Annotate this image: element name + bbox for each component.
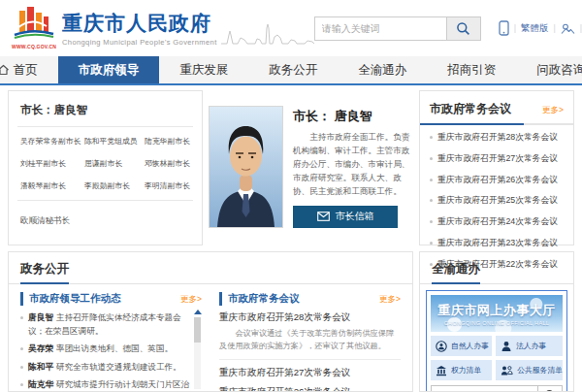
mayor-name-heading[interactable]: 市长：唐良智 xyxy=(17,103,193,117)
leader-updates-column: 市政府领导工作动态 更多> 唐良智 主持召开降低实体经济成本专题会议；在荣昌区调… xyxy=(20,292,202,392)
banner-subtitle: CHONGQING ONLINE OFFICIAL HALL xyxy=(444,320,550,326)
gov-disclosure-title[interactable]: 政务公开 xyxy=(20,261,69,284)
mayor-profile: 市长： 唐良智 主持市政府全面工作。负责机构编制、审计工作。主管市政府办公厅、市… xyxy=(209,90,413,245)
meeting-link[interactable]: 重庆市政府召开第27次常务会议 xyxy=(219,367,350,377)
meeting-link[interactable]: 重庆市政府召开第26次常务会议 xyxy=(437,175,558,184)
nav-item-home[interactable]: 首页 xyxy=(0,56,58,83)
nav-item-government-leaders[interactable]: 市政府领导 xyxy=(58,56,160,83)
search-input[interactable] xyxy=(314,16,446,41)
leaders-panel: 市长：唐良智 吴存荣常务副市长 陈和平党组成员 陆克华副市长 刘桂平副市长 屈谦… xyxy=(8,90,203,245)
nav-item-consultation[interactable]: 问政咨询 xyxy=(516,56,582,83)
gov-disclosure-panel: 政务公开 市政府领导工作动态 更多> 唐良智 主持召开降低实体经济成本专题会议；… xyxy=(8,251,413,392)
nav-label: 招商引资 xyxy=(447,62,496,79)
scroll-up-icon[interactable] xyxy=(194,310,202,314)
weather-icon[interactable] xyxy=(561,22,575,35)
scrollbar-thumb[interactable] xyxy=(194,317,201,343)
divider: | xyxy=(553,23,555,33)
leader-updates-list: 唐良智 主持召开降低实体经济成本专题会议；在荣昌区调研。 吴存荣 率团出访奥地利… xyxy=(20,311,202,392)
home-icon xyxy=(0,64,10,76)
meetings-panel-title: 市政府常务会议 xyxy=(430,101,511,117)
natural-person-services-button[interactable]: 自然人办事 xyxy=(431,336,492,356)
nav-label: 问政咨询 xyxy=(536,62,582,79)
public-services-list-button[interactable]: 公共服务清单 xyxy=(496,360,563,380)
mayor-photo xyxy=(209,106,283,228)
meeting-link[interactable]: 重庆市政府召开第28次常务会议 xyxy=(437,132,558,142)
leader-link[interactable]: 屈谦副市长 xyxy=(84,158,145,169)
online-hall-panel: 全渝通办 重庆市网上办事大厅 CHONGQING ONLINE OFFICIAL… xyxy=(419,251,574,392)
news-item[interactable]: 吴存荣 率团出访奥地利、德国、英国。 xyxy=(20,343,190,356)
news-text: 率团出访奥地利、德国、英国。 xyxy=(56,343,173,353)
meetings-more-link[interactable]: 更多> xyxy=(542,105,564,116)
skyline-decoration xyxy=(221,18,314,51)
search-icon xyxy=(456,21,470,36)
featured-meeting-summary: 会议审议通过《关于改革完善仿制药供应保障及使用政策的实施方案》，还审议了其他议题… xyxy=(219,328,401,360)
leader-updates-title: 市政府领导工作动态 xyxy=(20,292,121,306)
site-title: 重庆市人民政府 Chongqing Municipal People's Gov… xyxy=(62,10,217,47)
featured-meeting-link[interactable]: 重庆市政府召开第28次常务会议 xyxy=(219,311,401,324)
mayor-name: 唐良智 xyxy=(335,109,372,123)
hall-button-label: 权力清单 xyxy=(451,365,481,376)
search-button[interactable] xyxy=(446,16,481,41)
exec-meetings-title: 市政府常务会议 xyxy=(219,292,300,306)
leader-link[interactable]: 陈和平党组成员 xyxy=(84,136,145,147)
divider xyxy=(420,123,573,125)
site-logo[interactable]: WWW.CQ.GOV.CN 重庆市人民政府 Chongqing Municipa… xyxy=(12,7,217,49)
nav-label: 首页 xyxy=(14,62,38,79)
logo-emblem-icon: WWW.CQ.GOV.CN xyxy=(12,7,56,49)
meeting-link[interactable]: 重庆市政府召开第24次常务会议 xyxy=(437,216,558,226)
online-hall-banner[interactable]: 重庆市网上办事大厅 CHONGQING ONLINE OFFICIAL HALL xyxy=(431,295,563,332)
nav-item-investment[interactable]: 招商引资 xyxy=(427,56,516,83)
nav-label: 重庆发展 xyxy=(179,62,228,79)
exec-meetings-more-link[interactable]: 更多> xyxy=(379,294,401,306)
list-scrollbar[interactable] xyxy=(193,310,202,392)
mayor-duties-text: 主持市政府全面工作。负责机构编制、审计工作。主管市政府办公厅、市编办、市审计局、… xyxy=(293,131,411,199)
envelope-icon xyxy=(317,212,330,221)
mayor-mailbox-button[interactable]: 市长信箱 xyxy=(293,206,398,228)
banner-title: 重庆市网上办事大厅 xyxy=(437,302,556,319)
meeting-link[interactable]: 重庆市政府召开第25次常务会议 xyxy=(437,195,558,205)
service-search-input[interactable] xyxy=(431,385,537,392)
hall-button-label: 公共服务清单 xyxy=(517,365,563,376)
leader-link[interactable]: 李殿勋副市长 xyxy=(84,180,145,191)
people-group-icon xyxy=(501,365,513,376)
site-name-cn: 重庆市人民政府 xyxy=(62,10,217,37)
scrollbar-track[interactable] xyxy=(194,317,201,389)
leader-link[interactable]: 刘桂平副市长 xyxy=(20,158,84,169)
leader-link[interactable]: 李明清副市长 xyxy=(145,180,198,191)
service-search-button[interactable] xyxy=(537,385,563,392)
nav-label: 政务公开 xyxy=(269,62,317,79)
nav-item-gov-disclosure[interactable]: 政务公开 xyxy=(248,56,338,83)
nav-label: 市政府领导 xyxy=(79,62,140,79)
leader-name: 陆克华 xyxy=(28,379,53,389)
leader-link[interactable]: 陆克华副市长 xyxy=(145,136,198,147)
leader-name: 唐良智 xyxy=(28,312,53,322)
main-nav: 首页 市政府领导 重庆发展 政务公开 全渝通办 招商引资 问政咨询 xyxy=(0,56,582,85)
news-item[interactable]: 陆克华 研究城市提升行动计划朝天门片区治理提 xyxy=(20,378,190,392)
power-list-button[interactable]: 权力清单 xyxy=(431,360,492,380)
meeting-link[interactable]: 重庆市政府召开第27次常务会议 xyxy=(437,153,558,163)
site-header: WWW.CQ.GOV.CN 重庆市人民政府 Chongqing Municipa… xyxy=(0,0,582,56)
meeting-link[interactable]: 重庆市政府召开第22次常务会议 xyxy=(437,259,558,269)
meeting-link[interactable]: 重庆市政府召开第23次常务会议 xyxy=(437,238,558,247)
legal-person-services-button[interactable]: 法人办事 xyxy=(496,336,563,356)
leader-link[interactable]: 邓恢林副市长 xyxy=(145,158,198,169)
news-item[interactable]: 唐良智 主持召开降低实体经济成本专题会议；在荣昌区调研。 xyxy=(20,311,190,338)
leader-link[interactable]: 吴存荣常务副市长 xyxy=(20,136,84,147)
leader-link[interactable]: 潘毅琴副市长 xyxy=(20,180,84,191)
traditional-chinese-link[interactable]: 繁體版 xyxy=(521,22,549,35)
leader-updates-more-link[interactable]: 更多> xyxy=(180,294,202,306)
mobile-version-icon[interactable] xyxy=(499,20,509,36)
hall-button-label: 法人办事 xyxy=(516,341,546,351)
mayor-title-label: 市长： xyxy=(293,109,331,123)
divider xyxy=(17,200,193,201)
person-circle-icon xyxy=(436,341,447,352)
exec-meetings-column: 市政府常务会议 更多> 重庆市政府召开第28次常务会议 会议审议通过《关于改革完… xyxy=(219,292,401,392)
nav-item-chongqing-development[interactable]: 重庆发展 xyxy=(159,56,248,83)
person-icon xyxy=(501,341,512,352)
government-building-icon xyxy=(436,365,447,376)
nav-label: 全渝通办 xyxy=(358,62,406,79)
news-item[interactable]: 陈和平 研究全市轨道交通规划建设工作。 xyxy=(20,361,190,375)
secretary-link[interactable]: 欧顺清秘书长 xyxy=(17,215,70,225)
nav-item-online-services[interactable]: 全渝通办 xyxy=(338,56,427,83)
meeting-link[interactable]: 重庆市政府召开第26次常务会议 xyxy=(219,386,350,392)
